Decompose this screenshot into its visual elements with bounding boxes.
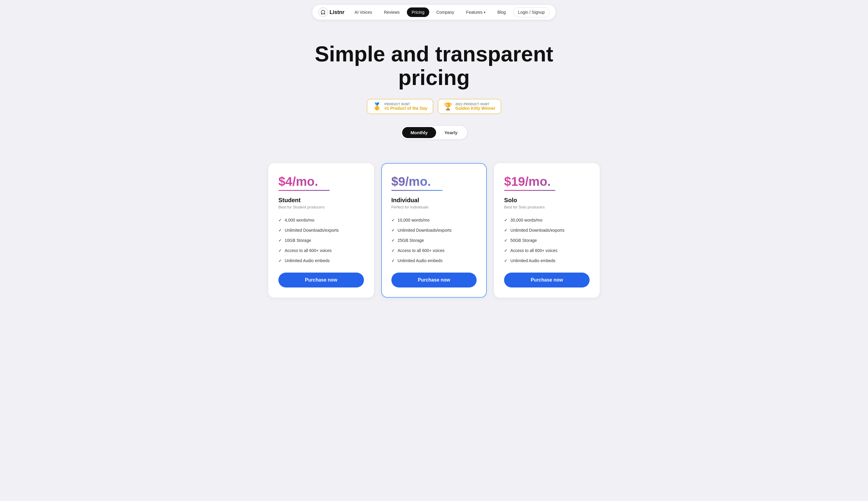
nav-reviews[interactable]: Reviews xyxy=(379,8,404,17)
plan-card-student: $4/mo. Student Best for Student producer… xyxy=(268,163,374,298)
feature-item: ✓ Access to all 600+ voices xyxy=(504,248,589,253)
price-divider-individual xyxy=(391,190,443,191)
check-icon: ✓ xyxy=(279,218,282,223)
plan-solo-name: Solo xyxy=(504,197,589,204)
feature-item: ✓ 10GB Storage xyxy=(279,238,364,243)
check-icon: ✓ xyxy=(279,248,282,253)
logo[interactable]: 🎧 Listnr xyxy=(318,8,345,17)
check-icon: ✓ xyxy=(504,238,507,243)
pricing-cards-section: $4/mo. Student Best for Student producer… xyxy=(261,163,607,316)
check-icon: ✓ xyxy=(504,228,507,233)
feature-item: ✓ 10,000 words/mo xyxy=(391,218,477,223)
check-icon: ✓ xyxy=(391,258,395,263)
plan-individual-features: ✓ 10,000 words/mo ✓ Unlimited Downloads/… xyxy=(391,218,477,263)
plan-individual-name: Individual xyxy=(391,197,477,204)
chevron-down-icon: ▾ xyxy=(484,10,486,14)
check-icon: ✓ xyxy=(504,258,507,263)
product-hunt-icon: 🥇 xyxy=(372,102,381,111)
billing-toggle-wrap: Monthly Yearly xyxy=(315,126,553,139)
badge-golden-kitty: 🏆 2021 PRODUCT HUNT Golden Kitty Winner xyxy=(438,99,501,114)
plan-student-name: Student xyxy=(279,197,364,204)
plan-solo-features: ✓ 30,000 words/mo ✓ Unlimited Downloads/… xyxy=(504,218,589,263)
purchase-button-individual[interactable]: Purchase now xyxy=(391,273,477,287)
feature-item: ✓ 50GB Storage xyxy=(504,238,589,243)
check-icon: ✓ xyxy=(279,228,282,233)
toggle-monthly[interactable]: Monthly xyxy=(402,127,436,138)
feature-item: ✓ Access to all 600+ voices xyxy=(279,248,364,253)
price-divider-student xyxy=(279,190,330,191)
check-icon: ✓ xyxy=(391,228,395,233)
nav-company[interactable]: Company xyxy=(432,8,459,17)
feature-item: ✓ 4,000 words/mo xyxy=(279,218,364,223)
check-icon: ✓ xyxy=(391,218,395,223)
price-divider-solo xyxy=(504,190,555,191)
plan-student-desc: Best for Student producers xyxy=(279,205,364,209)
feature-item: ✓ 30,000 words/mo xyxy=(504,218,589,223)
logo-text: Listnr xyxy=(330,9,345,15)
check-icon: ✓ xyxy=(504,218,507,223)
feature-item: ✓ Unlimited Downloads/exports xyxy=(391,228,477,233)
nav-features[interactable]: Features ▾ xyxy=(462,8,490,17)
badge-product-hunt: 🥇 PRODUCT HUNT #1 Product of the Day xyxy=(367,99,433,114)
nav-pricing[interactable]: Pricing xyxy=(407,8,429,17)
feature-item: ✓ 25GB Storage xyxy=(391,238,477,243)
purchase-button-solo[interactable]: Purchase now xyxy=(504,273,589,287)
badge-golden-kitty-label: 2021 PRODUCT HUNT xyxy=(455,103,496,106)
plan-individual-desc: Perfect for Individuals xyxy=(391,205,477,209)
nav-blog[interactable]: Blog xyxy=(493,8,511,17)
badge-golden-kitty-title: Golden Kitty Winner xyxy=(455,106,496,111)
badge-product-hunt-title: #1 Product of the Day xyxy=(384,106,427,111)
golden-kitty-icon: 🏆 xyxy=(444,102,453,111)
hero-title: Simple and transparent pricing xyxy=(315,42,553,89)
plan-student-price: $4/mo. xyxy=(279,174,364,189)
plan-solo-price: $19/mo. xyxy=(504,174,589,189)
feature-item: ✓ Access to all 600+ voices xyxy=(391,248,477,253)
navbar: 🎧 Listnr AI Voices Reviews Pricing Compa… xyxy=(0,0,868,24)
check-icon: ✓ xyxy=(279,258,282,263)
feature-item: ✓ Unlimited Audio embeds xyxy=(279,258,364,263)
hero-section: Simple and transparent pricing 🥇 PRODUCT… xyxy=(309,24,559,163)
toggle-yearly[interactable]: Yearly xyxy=(436,127,466,138)
badge-product-hunt-label: PRODUCT HUNT xyxy=(384,103,427,106)
feature-item: ✓ Unlimited Audio embeds xyxy=(504,258,589,263)
plan-individual-price: $9/mo. xyxy=(391,174,477,189)
check-icon: ✓ xyxy=(504,248,507,253)
feature-item: ✓ Unlimited Downloads/exports xyxy=(504,228,589,233)
plan-card-individual: $9/mo. Individual Perfect for Individual… xyxy=(381,163,487,298)
feature-item: ✓ Unlimited Downloads/exports xyxy=(279,228,364,233)
badges-row: 🥇 PRODUCT HUNT #1 Product of the Day 🏆 2… xyxy=(315,99,553,114)
plan-solo-desc: Best for Solo producers xyxy=(504,205,589,209)
check-icon: ✓ xyxy=(391,238,395,243)
nav-ai-voices[interactable]: AI Voices xyxy=(350,8,377,17)
plan-card-solo: $19/mo. Solo Best for Solo producers ✓ 3… xyxy=(494,163,600,298)
billing-toggle: Monthly Yearly xyxy=(401,126,467,139)
purchase-button-student[interactable]: Purchase now xyxy=(279,273,364,287)
plan-student-features: ✓ 4,000 words/mo ✓ Unlimited Downloads/e… xyxy=(279,218,364,263)
feature-item: ✓ Unlimited Audio embeds xyxy=(391,258,477,263)
check-icon: ✓ xyxy=(279,238,282,243)
nav-login[interactable]: Login / Signup xyxy=(513,7,550,17)
check-icon: ✓ xyxy=(391,248,395,253)
logo-icon: 🎧 xyxy=(318,8,328,17)
